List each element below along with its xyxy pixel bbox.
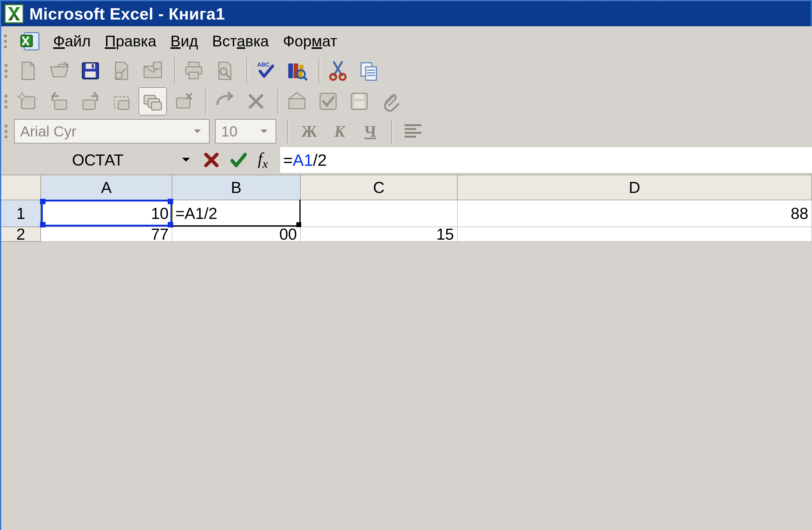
row-header-1[interactable]: 1 <box>1 200 41 227</box>
name-box[interactable]: ОСТАТ <box>1 147 194 173</box>
menu-format[interactable]: Формат <box>281 31 339 51</box>
font-name-combo[interactable]: Arial Cyr <box>14 119 209 144</box>
cut-button[interactable] <box>324 57 352 85</box>
underline-button[interactable]: Ч <box>358 119 382 144</box>
toolbar-separator <box>391 119 392 144</box>
grid-wrap: A B C D 1 10 =A1/2 88 2 77 00 15 <box>1 175 812 242</box>
svg-rect-23 <box>55 100 67 109</box>
cell-C2[interactable]: 15 <box>301 227 458 242</box>
svg-rect-24 <box>83 100 95 109</box>
svg-rect-29 <box>151 102 162 110</box>
toolbar-grip[interactable] <box>4 120 9 142</box>
email-button[interactable] <box>139 57 167 85</box>
menu-edit[interactable]: Правка <box>103 31 158 51</box>
fx-label[interactable]: fx <box>258 149 268 171</box>
font-size-value: 10 <box>221 123 237 140</box>
menu-insert-accel: а <box>237 33 245 50</box>
menu-file-accel: Ф <box>53 33 65 50</box>
excel-app-icon <box>4 4 24 24</box>
delete-folder-button[interactable] <box>170 87 198 115</box>
cell-A1[interactable]: 10 <box>41 200 172 227</box>
dropdown-icon[interactable] <box>258 125 270 137</box>
formatting-toolbar: Arial Cyr 10 Ж К Ч <box>1 117 812 145</box>
envelope-open-button[interactable] <box>283 87 311 115</box>
formula-bar: ОСТАТ fx =A1/2 <box>1 145 812 175</box>
back-button[interactable] <box>45 87 73 115</box>
toolbar-grip[interactable] <box>4 90 9 112</box>
svg-text:ABC: ABC <box>257 61 270 68</box>
new-sparkle-button[interactable] <box>14 87 42 115</box>
excel-doc-icon[interactable] <box>19 31 41 52</box>
select-all-corner[interactable] <box>1 175 41 200</box>
secondary-toolbar <box>1 87 812 117</box>
svg-rect-26 <box>118 101 129 109</box>
dropdown-icon[interactable] <box>191 125 203 137</box>
standard-toolbar: ABC <box>1 55 812 87</box>
col-header-B[interactable]: B <box>172 175 301 200</box>
formula-eq: = <box>283 150 293 170</box>
cell-C1[interactable] <box>301 200 458 227</box>
dropdown-icon[interactable] <box>180 151 192 169</box>
cell-A2[interactable]: 77 <box>41 227 172 242</box>
svg-rect-14 <box>288 63 293 78</box>
row-header-2[interactable]: 2 <box>1 227 41 242</box>
enter-formula-button[interactable] <box>229 151 247 169</box>
client-area: Файл Правка Вид Вставка Формат <box>0 26 812 530</box>
edit-cursor-marker <box>171 201 173 225</box>
dashed-folder-button[interactable] <box>107 87 136 115</box>
toolbar-separator <box>287 119 288 144</box>
svg-rect-33 <box>355 94 364 99</box>
menu-view[interactable]: Вид <box>169 31 200 51</box>
print-button[interactable] <box>180 57 208 85</box>
svg-rect-4 <box>92 64 94 68</box>
svg-rect-30 <box>177 98 190 108</box>
cell-B2[interactable]: 00 <box>172 227 301 242</box>
spreadsheet-grid[interactable]: A B C D 1 10 =A1/2 88 2 77 00 15 <box>1 175 812 242</box>
save-button[interactable] <box>76 57 104 85</box>
italic-button[interactable]: К <box>328 119 352 144</box>
toolbar-separator <box>205 88 206 115</box>
cancel-formula-button[interactable] <box>202 151 220 169</box>
spellcheck-button[interactable]: ABC <box>252 57 280 85</box>
col-header-A[interactable]: A <box>41 175 172 200</box>
menu-edit-accel: П <box>105 33 116 50</box>
save-alt-button[interactable] <box>345 87 373 115</box>
toolbar-grip[interactable] <box>4 60 9 82</box>
forward-button[interactable] <box>76 87 104 115</box>
research-button[interactable] <box>283 57 311 85</box>
svg-point-19 <box>339 74 346 80</box>
permission-button[interactable] <box>107 57 136 85</box>
toolbar-separator <box>318 57 320 84</box>
menu-bar: Файл Правка Вид Вставка Формат <box>1 28 812 55</box>
toolbar-separator <box>277 88 279 115</box>
folders-stack-button[interactable] <box>139 87 167 115</box>
cell-D1[interactable]: 88 <box>458 200 812 227</box>
redo-button[interactable] <box>211 87 239 115</box>
attach-button[interactable] <box>376 87 405 115</box>
new-doc-button[interactable] <box>14 57 42 85</box>
title-bar: Microsoft Excel - Книга1 <box>0 0 812 26</box>
svg-rect-21 <box>366 67 376 80</box>
font-size-combo[interactable]: 10 <box>215 119 276 144</box>
cell-B1[interactable]: =A1/2 <box>172 200 301 227</box>
close-x-button[interactable] <box>242 87 270 115</box>
menu-format-accel: м <box>311 33 322 50</box>
font-name-value: Arial Cyr <box>20 123 76 140</box>
svg-point-18 <box>330 74 336 80</box>
menu-file[interactable]: Файл <box>51 31 92 51</box>
check-button[interactable] <box>314 87 342 115</box>
toolbar-grip[interactable] <box>4 31 8 52</box>
svg-rect-8 <box>153 62 161 69</box>
copy-button[interactable] <box>355 57 383 85</box>
formula-ref: A1 <box>293 150 313 170</box>
col-header-C[interactable]: C <box>301 175 458 200</box>
menu-insert[interactable]: Вставка <box>210 31 271 51</box>
cell-D2[interactable] <box>458 227 812 242</box>
col-header-D[interactable]: D <box>458 175 812 200</box>
formula-suffix: /2 <box>313 150 327 170</box>
formula-input[interactable]: =A1/2 <box>280 147 812 173</box>
align-left-button[interactable] <box>401 119 425 144</box>
bold-button[interactable]: Ж <box>297 119 321 144</box>
open-button[interactable] <box>45 57 73 85</box>
print-preview-button[interactable] <box>211 57 239 85</box>
